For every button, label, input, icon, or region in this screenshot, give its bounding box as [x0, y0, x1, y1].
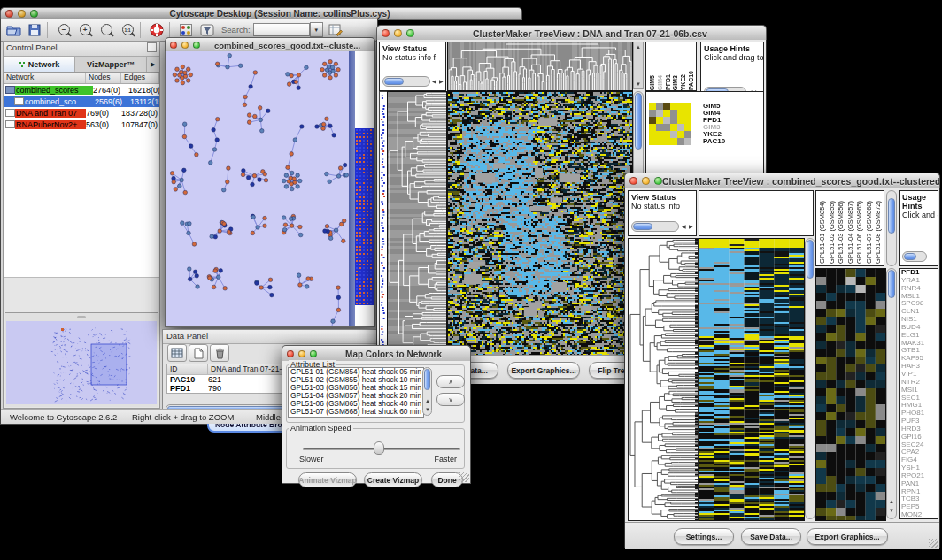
- array-column-label[interactable]: YKE2: [680, 74, 688, 90]
- matrix-row-label[interactable]: PAC10: [703, 138, 725, 145]
- save-data-button[interactable]: Save Data...: [741, 528, 801, 545]
- zoom-window-icon[interactable]: [654, 177, 662, 185]
- array-column-label[interactable]: GPL51-07 (GSM868): [865, 201, 875, 264]
- array-column-label[interactable]: GPL51-02 (GSM855): [828, 201, 838, 264]
- view-status-title: View Status: [380, 42, 445, 53]
- done-button[interactable]: Done: [431, 472, 463, 487]
- tab-overflow-arrow[interactable]: ▶: [147, 57, 159, 72]
- close-icon[interactable]: [382, 29, 390, 37]
- gene-label[interactable]: MON2: [900, 511, 938, 519]
- row-dendrogram-canvas[interactable]: [628, 238, 699, 521]
- array-column-label[interactable]: GIM4: [657, 75, 665, 90]
- network-table-row[interactable]: DNA and Tran 07 769(0) 183728(0): [4, 107, 159, 119]
- settings-button[interactable]: Settings...: [674, 528, 734, 545]
- network-overview-canvas[interactable]: [6, 321, 157, 404]
- array-column-label[interactable]: GPL51-06 (GSM865): [855, 201, 865, 264]
- resize-grip[interactable]: [929, 539, 938, 548]
- scroll-down-icon[interactable]: ▼: [425, 407, 430, 412]
- move-up-button[interactable]: ∧: [436, 375, 465, 388]
- column-labels-vscrollbar[interactable]: [886, 190, 897, 266]
- column-dendrogram-canvas[interactable]: [447, 42, 633, 91]
- minimize-icon[interactable]: [642, 177, 650, 185]
- move-down-button[interactable]: ∨: [436, 393, 465, 406]
- create-vizmap-button[interactable]: Create Vizmap: [364, 472, 422, 487]
- close-icon[interactable]: [170, 42, 177, 49]
- similarity-matrix-canvas[interactable]: [649, 103, 691, 145]
- search-dropdown-icon[interactable]: ▼: [310, 22, 323, 37]
- minimize-icon[interactable]: [181, 42, 189, 49]
- scroll-up-icon[interactable]: ▲: [425, 398, 430, 403]
- scroll-left-icon[interactable]: ◀: [682, 224, 686, 229]
- network-edges-count: 13112(15): [130, 97, 159, 106]
- close-icon[interactable]: [287, 350, 294, 357]
- delete-attribute-icon[interactable]: [210, 344, 229, 362]
- tab-network[interactable]: Network: [4, 57, 75, 72]
- zoom-out-icon[interactable]: −: [55, 21, 73, 38]
- animation-speed-label: Animation Speed: [289, 424, 353, 433]
- scroll-up-icon[interactable]: ▲: [889, 499, 894, 504]
- heatmap-canvas[interactable]: [699, 238, 805, 521]
- open-file-icon[interactable]: [4, 21, 22, 38]
- help-lifesaver-icon[interactable]: [148, 21, 166, 38]
- array-column-label[interactable]: GPL51-08 (GSM872): [874, 201, 884, 264]
- zoom-selected-icon[interactable]: [97, 21, 115, 38]
- array-column-label[interactable]: GIM3: [672, 75, 680, 90]
- scroll-down-icon[interactable]: ▼: [889, 508, 894, 513]
- column-header-id[interactable]: ID: [167, 364, 208, 374]
- heatmap-canvas[interactable]: [447, 91, 633, 357]
- array-column-label[interactable]: PAC10: [688, 71, 696, 90]
- detail-vscrollbar[interactable]: ▲ ▼: [886, 268, 897, 519]
- detail-heatmap-canvas[interactable]: [815, 268, 886, 521]
- scroll-up-icon[interactable]: ▲: [636, 44, 641, 50]
- network-table-row[interactable]: RNAPuberNov2+ 563(0) 107847(0): [4, 119, 159, 130]
- vizmapper-icon[interactable]: [177, 21, 195, 38]
- export-graphics-button[interactable]: Export Graphics...: [507, 362, 580, 379]
- scroll-down-icon[interactable]: ▼: [636, 81, 641, 87]
- network-graph-canvas[interactable]: [166, 51, 349, 326]
- array-column-label[interactable]: GPL51-03 (GSM856): [837, 201, 846, 264]
- view-status-hscrollbar[interactable]: [631, 221, 679, 232]
- dense-network-canvas[interactable]: [355, 128, 374, 305]
- scroll-left-icon[interactable]: ◀: [432, 79, 436, 84]
- column-dendrogram-area[interactable]: [699, 190, 814, 236]
- animate-vizmap-button[interactable]: Animate Vizmap: [298, 472, 357, 487]
- slider-thumb-icon[interactable]: [374, 441, 384, 455]
- tab-vizmapper[interactable]: VizMapper™: [75, 57, 147, 72]
- select-attributes-icon[interactable]: [167, 344, 187, 362]
- attribute-editor-icon[interactable]: [327, 21, 344, 38]
- row-dendrogram-canvas[interactable]: [387, 91, 447, 357]
- search-input[interactable]: [253, 23, 310, 36]
- usage-hints-hscrollbar[interactable]: [902, 251, 927, 262]
- zoom-window-icon[interactable]: [30, 10, 38, 18]
- zoom-in-icon[interactable]: +: [76, 21, 94, 38]
- attribute-list-vscrollbar[interactable]: ▲ ▼: [422, 367, 432, 416]
- network-table-row[interactable]: combined_sco 2569(6) 13112(15): [4, 96, 159, 107]
- new-attribute-icon[interactable]: [189, 344, 208, 362]
- minimize-icon[interactable]: [18, 10, 26, 18]
- minimize-icon[interactable]: [394, 29, 402, 37]
- scroll-right-icon[interactable]: ▶: [689, 224, 693, 229]
- array-column-label[interactable]: GIM5: [649, 75, 657, 90]
- network-divider[interactable]: [349, 51, 355, 326]
- zoom-fit-icon[interactable]: 1:1: [119, 21, 136, 38]
- zoom-window-icon[interactable]: [310, 350, 317, 357]
- export-graphics-button[interactable]: Export Graphics...: [807, 528, 888, 545]
- zoom-window-icon[interactable]: [193, 42, 200, 49]
- close-icon[interactable]: [5, 10, 13, 18]
- attribute-list-item[interactable]: GPL51-07 (GSM868) heat shock 60 min: [289, 408, 423, 416]
- float-panel-icon[interactable]: [147, 42, 157, 52]
- filter-icon[interactable]: [198, 21, 216, 38]
- scroll-right-icon[interactable]: ▶: [439, 79, 444, 84]
- save-icon[interactable]: [26, 21, 43, 38]
- close-icon[interactable]: [629, 177, 637, 185]
- column-scrollbar[interactable]: ▲ ▼: [633, 42, 644, 89]
- splitter-handle[interactable]: [77, 316, 86, 318]
- zoom-window-icon[interactable]: [406, 29, 414, 37]
- network-table-row[interactable]: combined_scores 2764(0) 16218(0): [4, 84, 159, 96]
- minimize-icon[interactable]: [298, 350, 305, 357]
- view-status-hscrollbar[interactable]: [382, 76, 430, 87]
- array-column-label[interactable]: GPL51-04 (GSM857): [846, 201, 856, 264]
- array-column-label[interactable]: GPL51-01 (GSM854): [818, 201, 828, 264]
- resize-grip[interactable]: [459, 472, 469, 482]
- heatmap-vscrollbar[interactable]: [805, 238, 815, 519]
